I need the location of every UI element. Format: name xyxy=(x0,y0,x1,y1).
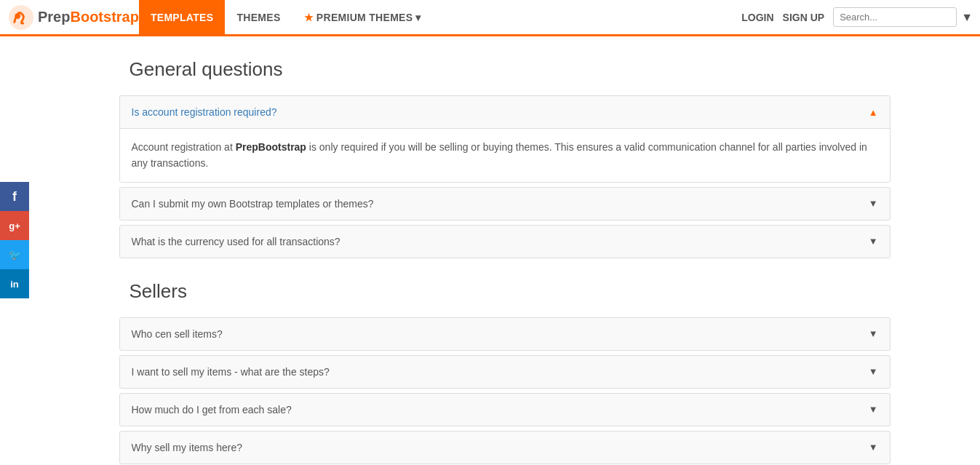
faq-arrow-3-icon xyxy=(869,236,878,247)
section-general-title: General questions xyxy=(119,58,891,81)
dropdown-caret-icon: ▾ xyxy=(415,12,421,23)
faq-arrow-6-icon xyxy=(869,404,878,415)
nav-link-themes[interactable]: THEMES xyxy=(225,0,292,34)
faq-arrow-7-icon xyxy=(869,442,878,453)
faq-item-5: I want to sell my items - what are the s… xyxy=(119,355,891,389)
faq-item-2: Can I submit my own Bootstrap templates … xyxy=(119,187,891,220)
brand-bootstrap-text: Bootstrap xyxy=(70,9,138,25)
brand-logo-link[interactable]: PrepBootstrap xyxy=(7,4,139,31)
nav-item-premium[interactable]: ★ PREMIUM THEMES ▾ xyxy=(292,0,433,34)
faq-arrow-2-icon xyxy=(869,198,878,209)
faq-question-6-text: How much do I get from each sale? xyxy=(132,404,292,416)
faq-item-7: Why sell my items here? xyxy=(119,431,891,464)
faq-answer-1-brand: PrepBootstrap xyxy=(236,141,306,153)
navbar: PrepBootstrap TEMPLATES THEMES ★ PREMIUM… xyxy=(0,0,980,36)
filter-icon[interactable]: ▼ xyxy=(961,11,973,24)
faq-arrow-4-icon xyxy=(869,328,878,339)
faq-question-4[interactable]: Who cen sell items? xyxy=(120,318,890,350)
faq-arrow-5-icon xyxy=(869,366,878,377)
faq-question-3-text: What is the currency used for all transa… xyxy=(132,236,340,247)
section-general: General questions Is account registratio… xyxy=(119,58,891,258)
faq-question-2[interactable]: Can I submit my own Bootstrap templates … xyxy=(120,188,890,220)
search-wrap: ▼ xyxy=(833,7,973,27)
social-linkedin-button[interactable]: in xyxy=(0,269,29,298)
faq-answer-1: Account registration at PrepBootstrap is… xyxy=(120,128,890,182)
brand-prep-text: Prep xyxy=(38,9,70,25)
social-facebook-button[interactable]: f xyxy=(0,182,29,211)
svg-point-1 xyxy=(15,13,20,19)
star-icon: ★ xyxy=(304,12,314,23)
faq-question-4-text: Who cen sell items? xyxy=(132,328,223,340)
faq-question-7-text: Why sell my items here? xyxy=(132,442,242,453)
faq-arrow-1-icon xyxy=(869,107,878,118)
faq-item-6: How much do I get from each sale? xyxy=(119,393,891,426)
brand-logo-icon xyxy=(7,4,35,31)
faq-question-1[interactable]: Is account registration required? xyxy=(120,96,890,128)
faq-question-7[interactable]: Why sell my items here? xyxy=(120,432,890,464)
section-sellers: Sellers Who cen sell items? I want to se… xyxy=(119,280,891,465)
faq-question-5-text: I want to sell my items - what are the s… xyxy=(132,366,330,378)
social-sidebar: f g+ 🐦 in xyxy=(0,182,29,298)
faq-item-4: Who cen sell items? xyxy=(119,317,891,351)
nav-item-themes[interactable]: THEMES xyxy=(225,0,292,34)
nav-link-premium[interactable]: ★ PREMIUM THEMES ▾ xyxy=(292,0,433,34)
faq-item-3: What is the currency used for all transa… xyxy=(119,225,891,258)
social-googleplus-button[interactable]: g+ xyxy=(0,211,29,240)
nav-signup-link[interactable]: SIGN UP xyxy=(783,12,825,23)
nav-login-link[interactable]: LOGIN xyxy=(741,12,773,23)
social-twitter-button[interactable]: 🐦 xyxy=(0,240,29,269)
search-input[interactable] xyxy=(833,7,957,27)
faq-question-6[interactable]: How much do I get from each sale? xyxy=(120,394,890,426)
faq-item-1: Is account registration required? Accoun… xyxy=(119,95,891,183)
main-content: General questions Is account registratio… xyxy=(76,36,905,465)
section-sellers-title: Sellers xyxy=(119,280,891,303)
faq-question-5[interactable]: I want to sell my items - what are the s… xyxy=(120,356,890,388)
svg-point-0 xyxy=(9,4,33,29)
nav-link-templates[interactable]: TEMPLATES xyxy=(139,0,225,34)
faq-question-2-text: Can I submit my own Bootstrap templates … xyxy=(132,198,374,210)
faq-question-3[interactable]: What is the currency used for all transa… xyxy=(120,226,890,258)
faq-question-1-link[interactable]: Is account registration required? xyxy=(132,106,277,118)
nav-links: TEMPLATES THEMES ★ PREMIUM THEMES ▾ xyxy=(139,0,433,34)
nav-item-templates[interactable]: TEMPLATES xyxy=(139,0,225,34)
nav-right: LOGIN SIGN UP ▼ xyxy=(741,7,973,27)
